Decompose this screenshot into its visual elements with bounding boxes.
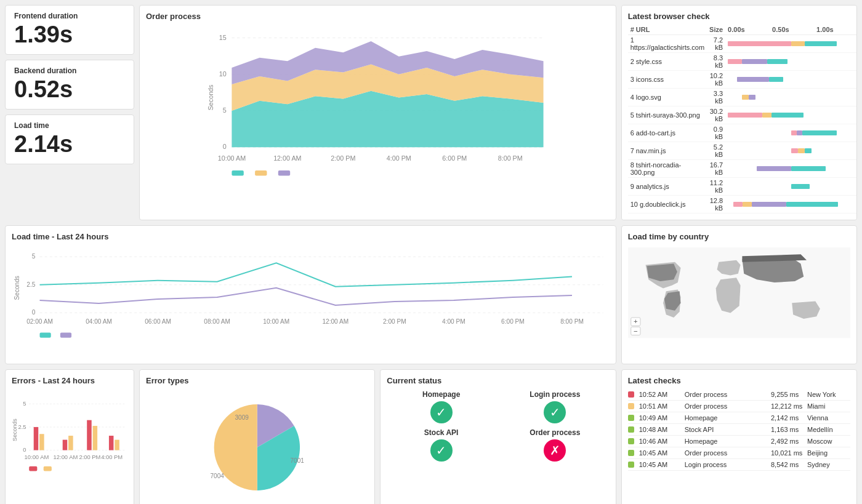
table-row: 6 add-to-cart.js 0.9 kB (628, 124, 857, 142)
bc-cell-num: 4 logo.svg (628, 89, 707, 106)
svg-text:10:00 AM: 10:00 AM (25, 454, 49, 460)
svg-rect-54 (63, 440, 68, 450)
status-stockapi-label: Stock API (424, 428, 459, 437)
svg-rect-20 (278, 170, 290, 176)
load-time-24h-chart: 5 2.5 0 Seconds 02:00 AM 04:00 AM 06:00 … (12, 245, 610, 356)
check-name: Stock API (685, 426, 768, 433)
check-status-dot (628, 462, 634, 468)
check-location: Sydney (807, 461, 850, 468)
svg-rect-53 (39, 434, 44, 450)
bc-cell-size: 12.8 kB (707, 196, 725, 214)
bc-cell-num: 2 style.css (628, 53, 707, 71)
table-row: 3 icons.css 10.2 kB (628, 71, 857, 89)
svg-text:7004: 7004 (211, 473, 225, 479)
svg-rect-55 (68, 436, 73, 450)
svg-rect-18 (232, 170, 243, 176)
check-time: 10:49 AM (639, 414, 682, 422)
svg-text:Seconds: Seconds (207, 85, 214, 111)
svg-text:06:00 AM: 06:00 AM (145, 318, 171, 325)
load-by-country-card: Load time by country + (621, 225, 857, 364)
svg-text:Seconds: Seconds (12, 418, 18, 441)
bc-col-1: 1.00s (814, 25, 857, 35)
check-name: Order process (685, 391, 768, 398)
svg-text:08:00 AM: 08:00 AM (204, 318, 230, 325)
status-homepage-check: ✓ (430, 401, 453, 423)
check-location: New York (807, 391, 850, 398)
browser-check-table: # URL Size 0.00s 0.50s 1.00s 1.50s 1 htt… (628, 25, 857, 214)
bc-cell-size: 11.2 kB (707, 178, 725, 196)
latest-checks-list: 10:52 AM Order process 9,255 ms New York… (628, 389, 850, 471)
svg-text:12:00 AM: 12:00 AM (54, 454, 78, 460)
svg-text:5: 5 (23, 400, 26, 407)
list-item: 10:46 AM Homepage 2,492 ms Moscow (628, 436, 850, 447)
table-row: 7 nav.min.js 5.2 kB (628, 142, 857, 160)
check-time: 10:51 AM (639, 402, 682, 410)
frontend-duration-value: 1.39s (14, 22, 125, 48)
check-name: Order process (685, 449, 768, 457)
status-login-check: ✓ (544, 401, 566, 423)
status-grid: Homepage ✓ Login process ✓ Stock API ✓ O… (387, 390, 609, 462)
bc-cell-num: 3 icons.css (628, 71, 707, 89)
check-time: 10:45 AM (639, 449, 682, 457)
svg-rect-38 (39, 333, 50, 338)
backend-duration-card: Backend duration 0.52s (5, 60, 134, 110)
svg-text:12:00 AM: 12:00 AM (322, 318, 348, 325)
bc-cell-size: 0.9 kB (707, 124, 725, 142)
frontend-duration-label: Frontend duration (14, 12, 125, 20)
check-location: Beijing (807, 449, 850, 457)
check-ms: 12,212 ms (771, 402, 805, 410)
list-item: 10:48 AM Stock API 1,163 ms Medellín (628, 424, 850, 436)
svg-text:3009: 3009 (235, 414, 249, 421)
status-stockapi: Stock API ✓ (387, 428, 496, 462)
svg-rect-65 (44, 466, 52, 471)
svg-text:8:00 PM: 8:00 PM (498, 154, 523, 162)
svg-rect-52 (34, 427, 39, 450)
check-name: Homepage (685, 438, 768, 445)
error-types-chart: 3009 7001 7004 (146, 389, 368, 500)
bc-cell-num: 1 https://galacticshirts.com (628, 35, 707, 53)
bc-cell-size: 5.2 kB (707, 142, 725, 160)
browser-check-card: Latest browser check # URL Size 0.00s 0.… (621, 5, 857, 220)
check-name: Homepage (685, 414, 768, 422)
check-time: 10:45 AM (639, 461, 682, 468)
bc-cell-size: 30.2 kB (707, 106, 725, 124)
list-item: 10:51 AM Order process 12,212 ms Miami (628, 401, 850, 412)
bc-cell-size: 10.2 kB (707, 71, 725, 89)
load-time-24h-title: Load time - Last 24 hours (12, 232, 610, 241)
svg-text:0: 0 (23, 446, 26, 453)
svg-text:4:00 PM: 4:00 PM (387, 154, 411, 162)
list-item: 10:45 AM Login process 8,542 ms Sydney (628, 459, 850, 471)
check-time: 10:48 AM (639, 426, 682, 433)
svg-rect-39 (60, 333, 71, 338)
list-item: 10:49 AM Homepage 2,142 ms Vienna (628, 412, 850, 424)
svg-rect-19 (255, 170, 267, 176)
bc-col-size: Size (707, 25, 725, 35)
svg-rect-57 (93, 426, 98, 450)
table-row: 2 style.css 8.3 kB (628, 53, 857, 71)
bc-col-0: 0.00s (725, 25, 770, 35)
order-process-title: Order process (146, 12, 610, 21)
check-status-dot (628, 450, 634, 456)
table-row: 10 g.doubleclick.js 12.8 kB (628, 196, 857, 214)
check-status-dot (628, 391, 634, 398)
svg-text:15: 15 (219, 34, 227, 41)
backend-duration-value: 0.52s (14, 76, 125, 103)
svg-rect-59 (115, 440, 119, 450)
table-row: 9 analytics.js 11.2 kB (628, 178, 857, 196)
svg-text:10:00 AM: 10:00 AM (218, 154, 246, 162)
frontend-duration-card: Frontend duration 1.39s (5, 5, 134, 55)
check-status-dot (628, 426, 634, 433)
svg-text:02:00 AM: 02:00 AM (26, 318, 53, 325)
order-process-chart: 15 10 5 0 Seconds 10:00 AM 12:00 AM 2:00… (146, 25, 610, 197)
error-types-card: Error types 3009 7001 7004 (139, 369, 375, 504)
svg-rect-58 (109, 436, 114, 450)
status-stockapi-check: ✓ (430, 439, 453, 462)
svg-text:4:00 PM: 4:00 PM (442, 318, 465, 325)
check-ms: 10,021 ms (771, 449, 805, 457)
world-map: + − (628, 245, 850, 343)
current-status-card: Current status Homepage ✓ Login process … (380, 369, 616, 504)
check-ms: 8,542 ms (771, 461, 805, 468)
status-orderprocess-check: ✗ (544, 439, 566, 462)
check-status-dot (628, 403, 634, 409)
list-item: 10:45 AM Order process 10,021 ms Beijing (628, 447, 850, 459)
